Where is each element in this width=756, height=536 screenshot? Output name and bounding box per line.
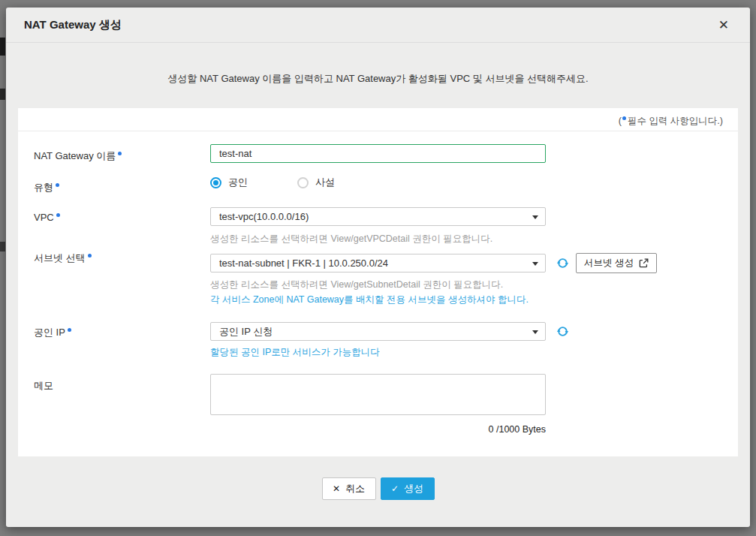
- modal-title: NAT Gateway 생성: [24, 18, 122, 32]
- subnet-helper: 생성한 리소스를 선택하려면 View/getSubnetDetail 권한이 …: [210, 279, 503, 291]
- subnet-label: 서브넷 선택: [34, 251, 93, 265]
- required-dot: [118, 152, 122, 155]
- public-ip-select[interactable]: 공인 IP 신청: [210, 322, 546, 341]
- subnet-create-button[interactable]: 서브넷 생성: [576, 253, 657, 273]
- public-ip-label: 공인 IP: [34, 326, 73, 339]
- check-icon: ✓: [391, 484, 399, 493]
- nat-gateway-create-modal: NAT Gateway 생성 ✕ 생성할 NAT Gateway 이름을 입력하…: [6, 8, 750, 527]
- required-dot: [68, 328, 71, 332]
- modal-description: 생성할 NAT Gateway 이름을 입력하고 NAT Gateway가 활성…: [6, 72, 750, 86]
- cancel-button[interactable]: ✕ 취소: [322, 477, 376, 500]
- external-link-icon: [639, 258, 649, 268]
- dropdown-caret-icon: [532, 330, 538, 334]
- vpc-helper: 생성한 리소스를 선택하려면 View/getVPCDetail 권한이 필요합…: [210, 233, 492, 245]
- subnet-refresh-button[interactable]: [556, 257, 569, 270]
- type-radio-public[interactable]: 공인: [210, 176, 248, 189]
- dropdown-caret-icon: [532, 215, 538, 219]
- required-dot: [88, 254, 92, 257]
- vpc-label: VPC: [34, 212, 62, 223]
- background-content: [0, 38, 5, 56]
- required-note: (필수 입력 사항입니다.): [619, 115, 723, 128]
- vpc-select[interactable]: test-vpc(10.0.0.0/16): [210, 207, 546, 226]
- required-dot: [56, 213, 60, 217]
- background-content: [0, 242, 5, 251]
- close-icon[interactable]: ✕: [715, 17, 732, 33]
- modal-titlebar: NAT Gateway 생성 ✕: [6, 8, 750, 43]
- byte-counter: 0 /1000 Bytes: [210, 424, 546, 435]
- subnet-notice: 각 서비스 Zone에 NAT Gateway를 배치할 전용 서브넷을 생성하…: [210, 294, 529, 306]
- create-button[interactable]: ✓ 생성: [381, 477, 435, 500]
- required-dot: [56, 183, 59, 187]
- refresh-icon: [556, 325, 569, 338]
- subnet-select[interactable]: test-nat-subnet | FKR-1 | 10.0.250.0/24: [210, 254, 546, 273]
- type-label: 유형: [34, 181, 61, 194]
- divider: [18, 131, 738, 131]
- required-dot: [622, 116, 626, 120]
- type-radio-group: 공인 사설: [210, 176, 335, 189]
- modal-footer: ✕ 취소 ✓ 생성: [6, 477, 750, 500]
- memo-label: 메모: [34, 379, 53, 393]
- radio-unselected-icon: [297, 177, 309, 188]
- name-input[interactable]: [210, 144, 546, 163]
- memo-textarea[interactable]: [210, 374, 546, 415]
- dropdown-caret-icon: [532, 262, 538, 266]
- public-ip-notice: 할당된 공인 IP로만 서비스가 가능합니다: [210, 346, 380, 359]
- refresh-icon: [556, 257, 569, 270]
- cancel-x-icon: ✕: [333, 484, 340, 493]
- background-content: [0, 89, 5, 100]
- name-label: NAT Gateway 이름: [34, 149, 123, 163]
- public-ip-refresh-button[interactable]: [556, 325, 569, 338]
- form-card: (필수 입력 사항입니다.) NAT Gateway 이름 유형 공인 사설 V…: [18, 108, 738, 456]
- radio-selected-icon: [210, 177, 221, 188]
- type-radio-private[interactable]: 사설: [297, 176, 335, 189]
